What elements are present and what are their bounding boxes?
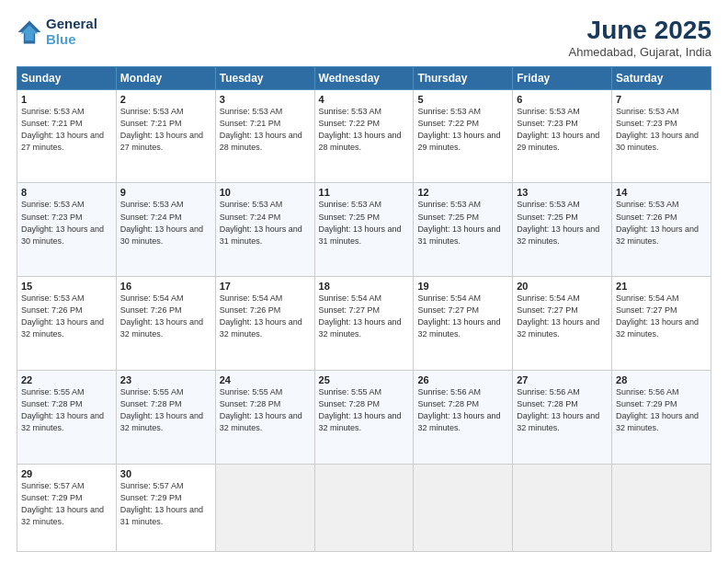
logo-text: General Blue bbox=[46, 17, 97, 47]
col-header-tuesday: Tuesday bbox=[215, 66, 314, 89]
col-header-monday: Monday bbox=[116, 66, 215, 89]
day-info: Sunrise: 5:53 AMSunset: 7:23 PMDaylight:… bbox=[21, 199, 112, 247]
daylight: Daylight: 13 hours and 32 minutes. bbox=[417, 411, 500, 432]
daylight: Daylight: 13 hours and 27 minutes. bbox=[21, 131, 104, 152]
sunrise: Sunrise: 5:56 AM bbox=[616, 387, 679, 396]
day-info: Sunrise: 5:56 AMSunset: 7:28 PMDaylight:… bbox=[417, 386, 508, 434]
sunrise: Sunrise: 5:57 AM bbox=[120, 481, 184, 490]
sunrise: Sunrise: 5:53 AM bbox=[220, 107, 283, 116]
sunset: Sunset: 7:24 PM bbox=[120, 213, 182, 222]
day-number: 1 bbox=[21, 94, 112, 105]
calendar-cell: 6Sunrise: 5:53 AMSunset: 7:23 PMDaylight… bbox=[513, 89, 612, 183]
sunrise: Sunrise: 5:56 AM bbox=[517, 387, 580, 396]
daylight: Daylight: 13 hours and 31 minutes. bbox=[220, 224, 302, 246]
day-number: 23 bbox=[120, 374, 211, 385]
sunrise: Sunrise: 5:53 AM bbox=[616, 107, 679, 116]
daylight: Daylight: 13 hours and 29 minutes. bbox=[417, 131, 500, 152]
calendar-cell: 28Sunrise: 5:56 AMSunset: 7:29 PMDayligh… bbox=[612, 370, 711, 464]
sunset: Sunset: 7:29 PM bbox=[120, 493, 182, 502]
day-info: Sunrise: 5:56 AMSunset: 7:28 PMDaylight:… bbox=[517, 386, 608, 434]
day-info: Sunrise: 5:55 AMSunset: 7:28 PMDaylight:… bbox=[21, 386, 112, 434]
sunset: Sunset: 7:22 PM bbox=[319, 119, 381, 128]
sunrise: Sunrise: 5:53 AM bbox=[120, 107, 184, 116]
day-info: Sunrise: 5:53 AMSunset: 7:22 PMDaylight:… bbox=[417, 106, 508, 154]
sunset: Sunset: 7:27 PM bbox=[319, 305, 381, 315]
calendar-cell bbox=[612, 464, 711, 551]
daylight: Daylight: 13 hours and 28 minutes. bbox=[220, 131, 302, 152]
day-info: Sunrise: 5:54 AMSunset: 7:26 PMDaylight:… bbox=[220, 293, 311, 340]
daylight: Daylight: 13 hours and 28 minutes. bbox=[319, 131, 402, 152]
sunrise: Sunrise: 5:53 AM bbox=[21, 200, 85, 209]
calendar-cell: 27Sunrise: 5:56 AMSunset: 7:28 PMDayligh… bbox=[513, 370, 612, 464]
day-number: 28 bbox=[616, 374, 707, 385]
daylight: Daylight: 13 hours and 32 minutes. bbox=[417, 317, 500, 339]
sunrise: Sunrise: 5:53 AM bbox=[21, 107, 85, 116]
daylight: Daylight: 13 hours and 31 minutes. bbox=[120, 505, 203, 526]
col-header-saturday: Saturday bbox=[612, 66, 711, 89]
calendar-cell: 4Sunrise: 5:53 AMSunset: 7:22 PMDaylight… bbox=[314, 89, 414, 183]
sunrise: Sunrise: 5:53 AM bbox=[319, 200, 382, 209]
calendar-cell: 11Sunrise: 5:53 AMSunset: 7:25 PMDayligh… bbox=[314, 183, 414, 277]
calendar-cell: 17Sunrise: 5:54 AMSunset: 7:26 PMDayligh… bbox=[215, 277, 314, 371]
day-number: 2 bbox=[120, 94, 211, 105]
sunset: Sunset: 7:29 PM bbox=[616, 399, 677, 408]
calendar-cell: 9Sunrise: 5:53 AMSunset: 7:24 PMDaylight… bbox=[116, 183, 215, 277]
daylight: Daylight: 13 hours and 32 minutes. bbox=[21, 317, 104, 339]
header-row: SundayMondayTuesdayWednesdayThursdayFrid… bbox=[17, 66, 711, 89]
calendar-cell: 16Sunrise: 5:54 AMSunset: 7:26 PMDayligh… bbox=[116, 277, 215, 371]
sunset: Sunset: 7:25 PM bbox=[319, 213, 381, 222]
day-number: 13 bbox=[517, 187, 608, 198]
day-info: Sunrise: 5:55 AMSunset: 7:28 PMDaylight:… bbox=[120, 386, 211, 434]
sunset: Sunset: 7:28 PM bbox=[517, 399, 578, 408]
sunset: Sunset: 7:27 PM bbox=[616, 305, 677, 315]
sunrise: Sunrise: 5:53 AM bbox=[417, 200, 481, 209]
sunrise: Sunrise: 5:53 AM bbox=[517, 107, 580, 116]
day-number: 6 bbox=[517, 94, 608, 105]
daylight: Daylight: 13 hours and 32 minutes. bbox=[21, 505, 104, 526]
calendar-cell: 26Sunrise: 5:56 AMSunset: 7:28 PMDayligh… bbox=[414, 370, 513, 464]
day-info: Sunrise: 5:54 AMSunset: 7:27 PMDaylight:… bbox=[319, 293, 410, 340]
day-number: 21 bbox=[616, 281, 707, 292]
calendar-cell: 2Sunrise: 5:53 AMSunset: 7:21 PMDaylight… bbox=[116, 89, 215, 183]
sunset: Sunset: 7:26 PM bbox=[21, 305, 83, 315]
sunrise: Sunrise: 5:55 AM bbox=[319, 387, 382, 396]
day-info: Sunrise: 5:53 AMSunset: 7:25 PMDaylight:… bbox=[417, 199, 508, 247]
daylight: Daylight: 13 hours and 32 minutes. bbox=[319, 317, 402, 339]
day-number: 15 bbox=[21, 281, 112, 292]
daylight: Daylight: 13 hours and 30 minutes. bbox=[616, 131, 699, 152]
day-number: 16 bbox=[120, 281, 211, 292]
sunrise: Sunrise: 5:54 AM bbox=[417, 293, 481, 303]
calendar-cell: 13Sunrise: 5:53 AMSunset: 7:25 PMDayligh… bbox=[513, 183, 612, 277]
sunset: Sunset: 7:23 PM bbox=[517, 119, 578, 128]
day-info: Sunrise: 5:55 AMSunset: 7:28 PMDaylight:… bbox=[220, 386, 311, 434]
sunrise: Sunrise: 5:53 AM bbox=[616, 200, 679, 209]
daylight: Daylight: 13 hours and 32 minutes. bbox=[220, 411, 302, 432]
col-header-sunday: Sunday bbox=[17, 66, 117, 89]
day-info: Sunrise: 5:57 AMSunset: 7:29 PMDaylight:… bbox=[21, 480, 112, 528]
sunset: Sunset: 7:26 PM bbox=[616, 213, 677, 222]
sunrise: Sunrise: 5:54 AM bbox=[517, 293, 580, 303]
sunrise: Sunrise: 5:55 AM bbox=[120, 387, 184, 396]
calendar-row-2: 8Sunrise: 5:53 AMSunset: 7:23 PMDaylight… bbox=[17, 183, 711, 277]
sunrise: Sunrise: 5:54 AM bbox=[220, 293, 283, 303]
daylight: Daylight: 13 hours and 31 minutes. bbox=[319, 224, 402, 246]
day-number: 27 bbox=[517, 374, 608, 385]
sunset: Sunset: 7:29 PM bbox=[21, 493, 83, 502]
daylight: Daylight: 13 hours and 32 minutes. bbox=[21, 411, 104, 432]
daylight: Daylight: 13 hours and 32 minutes. bbox=[319, 411, 402, 432]
sunset: Sunset: 7:28 PM bbox=[220, 399, 281, 408]
sunrise: Sunrise: 5:53 AM bbox=[517, 200, 580, 209]
day-number: 8 bbox=[21, 187, 112, 198]
calendar-cell: 5Sunrise: 5:53 AMSunset: 7:22 PMDaylight… bbox=[414, 89, 513, 183]
sunset: Sunset: 7:27 PM bbox=[417, 305, 479, 315]
calendar-cell bbox=[513, 464, 612, 551]
sunset: Sunset: 7:23 PM bbox=[616, 119, 677, 128]
calendar-cell: 15Sunrise: 5:53 AMSunset: 7:26 PMDayligh… bbox=[17, 277, 117, 371]
subtitle: Ahmedabad, Gujarat, India bbox=[569, 45, 711, 59]
calendar-cell: 1Sunrise: 5:53 AMSunset: 7:21 PMDaylight… bbox=[17, 89, 117, 183]
day-info: Sunrise: 5:53 AMSunset: 7:21 PMDaylight:… bbox=[220, 106, 311, 154]
day-number: 20 bbox=[517, 281, 608, 292]
sunset: Sunset: 7:23 PM bbox=[21, 213, 83, 222]
calendar-cell: 23Sunrise: 5:55 AMSunset: 7:28 PMDayligh… bbox=[116, 370, 215, 464]
calendar-cell bbox=[215, 464, 314, 551]
